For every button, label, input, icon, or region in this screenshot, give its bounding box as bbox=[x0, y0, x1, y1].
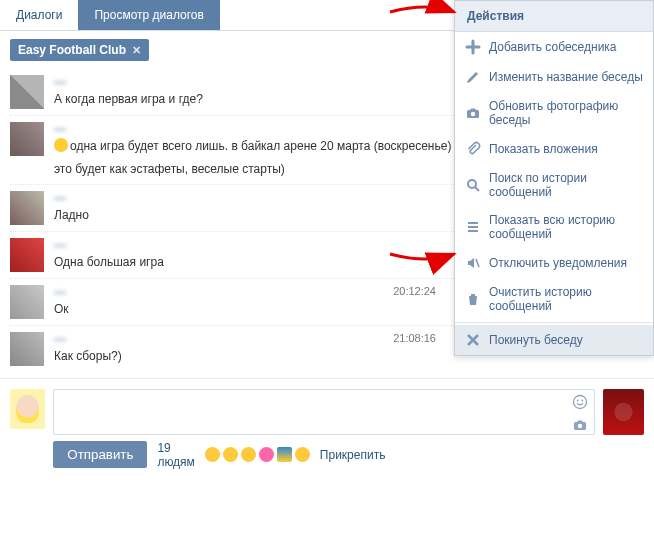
message-time: 20:12:24 bbox=[393, 285, 436, 297]
user-avatar[interactable] bbox=[10, 389, 45, 429]
list-icon bbox=[465, 219, 481, 235]
avatar[interactable] bbox=[10, 332, 44, 366]
dropdown-item-label: Обновить фотографию беседы bbox=[489, 99, 643, 127]
emoji-icon[interactable] bbox=[205, 447, 220, 462]
svg-rect-4 bbox=[578, 420, 583, 423]
tab-view-dialogs[interactable]: Просмотр диалогов bbox=[78, 0, 220, 30]
emoji-icon[interactable] bbox=[572, 394, 588, 413]
svg-point-5 bbox=[578, 423, 582, 427]
dropdown-header: Действия bbox=[455, 1, 653, 32]
message-time: 21:08:16 bbox=[393, 332, 436, 344]
chat-chip-label: Easy Football Club bbox=[18, 43, 126, 57]
avatar[interactable] bbox=[10, 75, 44, 109]
dropdown-item-label: Отключить уведомления bbox=[489, 256, 627, 270]
dropdown-item[interactable]: Очистить историю сообщений bbox=[455, 278, 653, 320]
dropdown-item-label: Показать вложения bbox=[489, 142, 598, 156]
dropdown-item-label: Показать всю историю сообщений bbox=[489, 213, 643, 241]
send-button[interactable]: Отправить bbox=[53, 441, 147, 468]
svg-rect-7 bbox=[471, 109, 476, 112]
svg-point-2 bbox=[582, 399, 584, 401]
input-area: Отправить 19 людям Прикрепить bbox=[0, 378, 654, 479]
attach-link[interactable]: Прикрепить bbox=[320, 448, 386, 462]
dropdown-item[interactable]: Обновить фотографию беседы bbox=[455, 92, 653, 134]
emoji-icon[interactable] bbox=[259, 447, 274, 462]
dropdown-item-label: Покинуть беседу bbox=[489, 333, 583, 347]
camera-icon bbox=[465, 105, 481, 121]
dropdown-item[interactable]: Показать всю историю сообщений bbox=[455, 206, 653, 248]
dropdown-item[interactable]: Покинуть беседу bbox=[455, 325, 653, 355]
avatar[interactable] bbox=[10, 122, 44, 156]
chat-photo[interactable] bbox=[603, 389, 644, 435]
close-icon bbox=[465, 332, 481, 348]
dropdown-item-label: Изменить название беседы bbox=[489, 70, 643, 84]
camera-icon[interactable] bbox=[572, 417, 588, 436]
close-icon[interactable]: ✕ bbox=[132, 44, 141, 57]
plus-icon bbox=[465, 39, 481, 55]
svg-point-8 bbox=[471, 112, 475, 116]
chat-chip[interactable]: Easy Football Club ✕ bbox=[10, 39, 149, 61]
dropdown-item-label: Добавить собеседника bbox=[489, 40, 617, 54]
mute-icon bbox=[465, 255, 481, 271]
actions-dropdown: Действия Добавить собеседникаИзменить на… bbox=[454, 0, 654, 356]
emoji-grin-icon bbox=[54, 138, 68, 152]
paperclip-icon bbox=[465, 141, 481, 157]
dropdown-item[interactable]: Добавить собеседника bbox=[455, 32, 653, 62]
pencil-icon bbox=[465, 69, 481, 85]
message-input[interactable] bbox=[53, 389, 595, 435]
emoji-icon[interactable] bbox=[295, 447, 310, 462]
avatar[interactable] bbox=[10, 191, 44, 225]
svg-point-9 bbox=[468, 180, 476, 188]
search-icon bbox=[465, 177, 481, 193]
svg-point-1 bbox=[577, 399, 579, 401]
recipients-link[interactable]: 19 людям bbox=[157, 441, 194, 469]
svg-point-0 bbox=[574, 395, 587, 408]
dropdown-item[interactable]: Изменить название беседы bbox=[455, 62, 653, 92]
emoji-icon[interactable] bbox=[223, 447, 238, 462]
emoji-icon[interactable] bbox=[277, 447, 292, 462]
dropdown-item-label: Очистить историю сообщений bbox=[489, 285, 643, 313]
dropdown-item[interactable]: Отключить уведомления bbox=[455, 248, 653, 278]
emoji-icon[interactable] bbox=[241, 447, 256, 462]
avatar[interactable] bbox=[10, 285, 44, 319]
avatar[interactable] bbox=[10, 238, 44, 272]
trash-icon bbox=[465, 291, 481, 307]
dropdown-item-label: Поиск по истории сообщений bbox=[489, 171, 643, 199]
tab-dialogs[interactable]: Диалоги bbox=[0, 0, 78, 30]
dropdown-item[interactable]: Поиск по истории сообщений bbox=[455, 164, 653, 206]
dropdown-item[interactable]: Показать вложения bbox=[455, 134, 653, 164]
quick-emoji-bar bbox=[205, 447, 310, 462]
